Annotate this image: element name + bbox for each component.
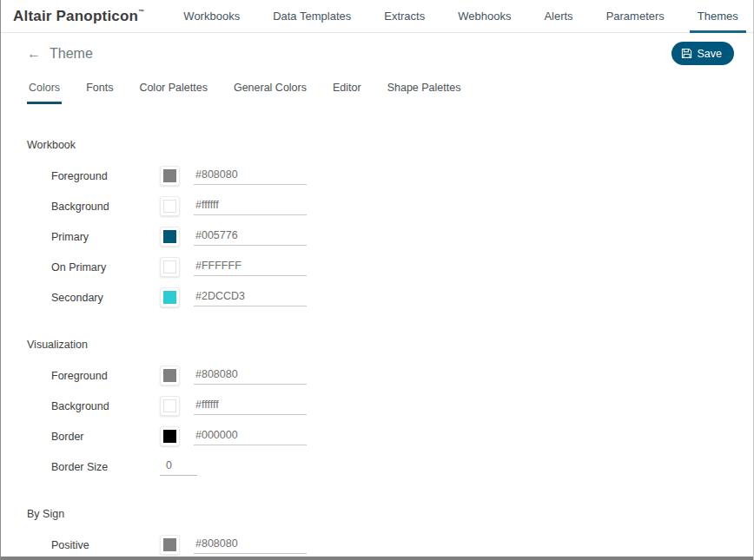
- nav-item-parameters[interactable]: Parameters: [590, 0, 681, 33]
- tab-editor[interactable]: Editor: [331, 78, 363, 104]
- nav-item-extracts[interactable]: Extracts: [367, 0, 441, 33]
- section-title: Visualization: [27, 321, 734, 351]
- nav-item-workbooks[interactable]: Workbooks: [167, 0, 256, 33]
- setting-label: Border: [51, 431, 160, 443]
- color-swatch[interactable]: [160, 535, 180, 555]
- primary-input[interactable]: [194, 227, 307, 246]
- setting-label: Positive: [51, 539, 160, 551]
- positive-input[interactable]: [194, 536, 307, 554]
- nav-item-themes[interactable]: Themes: [681, 0, 754, 33]
- section-by-sign: By Sign Positive Negative: [27, 491, 734, 560]
- brand-logo: Altair Panopticon™: [13, 8, 144, 25]
- color-swatch[interactable]: [160, 227, 180, 247]
- nav-item-webhooks[interactable]: Webhooks: [441, 0, 527, 33]
- bottom-scrollbar[interactable]: [1, 557, 753, 560]
- nav-item-label: Alerts: [544, 10, 572, 23]
- row-workbook-primary: Primary: [27, 221, 734, 252]
- app-window: Altair Panopticon™ Workbooks Data Templa…: [0, 0, 754, 560]
- save-button[interactable]: Save: [671, 42, 735, 65]
- tab-shape-palettes[interactable]: Shape Palettes: [386, 78, 463, 104]
- nav-item-label: Themes: [698, 10, 738, 23]
- background-input[interactable]: [194, 197, 307, 215]
- color-swatch[interactable]: [160, 396, 180, 416]
- setting-label: Foreground: [51, 370, 160, 382]
- row-visualization-border: Border: [27, 421, 734, 451]
- row-workbook-secondary: Secondary: [27, 282, 734, 313]
- tab-colors[interactable]: Colors: [27, 78, 62, 104]
- nav-item-data-templates[interactable]: Data Templates: [256, 0, 367, 33]
- border-input[interactable]: [194, 427, 307, 445]
- top-nav-bar: Altair Panopticon™ Workbooks Data Templa…: [1, 0, 753, 33]
- floppy-disk-icon: [681, 48, 692, 59]
- page-title: Theme: [50, 46, 93, 62]
- color-swatch[interactable]: [160, 287, 180, 307]
- nav-item-alerts[interactable]: Alerts: [527, 0, 589, 33]
- setting-label: Background: [51, 201, 160, 213]
- color-settings: Workbook Foreground Background Primary O…: [27, 113, 734, 560]
- nav-item-label: Data Templates: [273, 10, 351, 23]
- color-swatch[interactable]: [160, 166, 180, 186]
- section-title: Workbook: [27, 113, 734, 151]
- on-primary-input[interactable]: [194, 258, 307, 276]
- row-workbook-foreground: Foreground: [27, 161, 734, 191]
- row-visualization-border-size: Border Size: [27, 451, 734, 482]
- row-workbook-on-primary: On Primary: [27, 252, 734, 282]
- color-swatch[interactable]: [160, 366, 180, 385]
- foreground-input[interactable]: [194, 167, 307, 185]
- secondary-input[interactable]: [194, 288, 307, 306]
- color-swatch[interactable]: [160, 257, 180, 277]
- row-visualization-background: Background: [27, 391, 734, 421]
- nav-item-label: Workbooks: [183, 10, 240, 23]
- setting-label: Secondary: [51, 292, 160, 304]
- nav-item-label: Webhooks: [458, 10, 511, 23]
- row-workbook-background: Background: [27, 191, 734, 221]
- trademark-symbol: ™: [138, 9, 144, 15]
- tab-fonts[interactable]: Fonts: [84, 78, 115, 104]
- tab-general-colors[interactable]: General Colors: [232, 78, 308, 104]
- page-header: ← Theme Save: [27, 42, 734, 66]
- main-nav: Workbooks Data Templates Extracts Webhoo…: [167, 0, 754, 33]
- nav-item-label: Parameters: [606, 10, 665, 23]
- nav-item-label: Extracts: [384, 10, 425, 23]
- section-title: By Sign: [27, 491, 734, 520]
- border-size-input[interactable]: [160, 458, 197, 476]
- brand-name: Altair Panopticon: [13, 8, 138, 24]
- setting-label: Border Size: [51, 461, 160, 473]
- setting-label: On Primary: [51, 261, 160, 273]
- tab-color-palettes[interactable]: Color Palettes: [137, 78, 209, 104]
- background-input[interactable]: [194, 397, 307, 415]
- setting-label: Primary: [51, 231, 160, 243]
- section-workbook: Workbook Foreground Background Primary O…: [27, 113, 734, 313]
- main-content: ← Theme Save Colors Fonts Color Palettes…: [1, 42, 753, 560]
- setting-label: Foreground: [51, 170, 160, 182]
- row-visualization-foreground: Foreground: [27, 360, 734, 391]
- color-swatch[interactable]: [160, 426, 180, 446]
- save-button-label: Save: [698, 48, 723, 60]
- row-by-sign-positive: Positive: [27, 530, 734, 560]
- foreground-input[interactable]: [194, 366, 307, 385]
- color-swatch[interactable]: [160, 196, 180, 216]
- back-arrow-icon[interactable]: ←: [27, 47, 41, 61]
- theme-tabs: Colors Fonts Color Palettes General Colo…: [27, 78, 734, 104]
- setting-label: Background: [51, 400, 160, 412]
- section-visualization: Visualization Foreground Background Bord…: [27, 321, 734, 482]
